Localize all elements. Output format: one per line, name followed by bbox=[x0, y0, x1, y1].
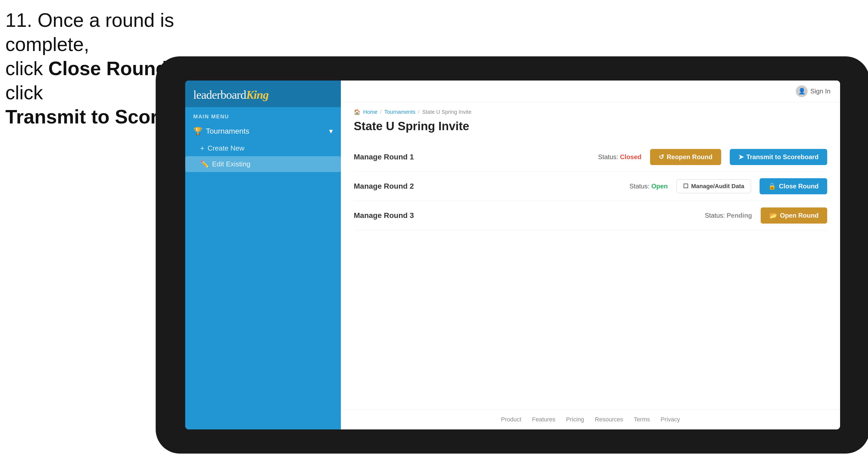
main-content: 👤 Sign In 🏠 Home / Tournaments / State U… bbox=[341, 81, 840, 429]
round-1-row: Manage Round 1 Status: Closed ↺ Reopen R… bbox=[354, 143, 827, 172]
logo-king: King bbox=[246, 88, 269, 101]
sidebar-sub-item-edit[interactable]: ✏️ Edit Existing bbox=[185, 156, 341, 172]
footer-features[interactable]: Features bbox=[532, 416, 555, 423]
open-round-label: Open Round bbox=[780, 212, 818, 219]
sidebar-item-tournaments[interactable]: 🏆 Tournaments ▾ bbox=[185, 122, 341, 141]
round-1-right: Status: Closed ↺ Reopen Round ➤ Transmit… bbox=[598, 149, 827, 165]
round-3-status: Status: Pending bbox=[705, 212, 752, 219]
sidebar-edit-label: Edit Existing bbox=[212, 160, 250, 168]
instruction-line1: 11. Once a round is complete, bbox=[5, 8, 247, 56]
tablet-device: leaderboardKing MAIN MENU 🏆 Tournaments … bbox=[156, 56, 868, 454]
transmit-scoreboard-label: Transmit to Scoreboard bbox=[746, 153, 818, 161]
tablet-screen: leaderboardKing MAIN MENU 🏆 Tournaments … bbox=[185, 81, 840, 429]
breadcrumb-current: State U Spring Invite bbox=[422, 109, 471, 115]
instruction-bold1: Close Round bbox=[48, 58, 167, 79]
manage-audit-button[interactable]: ☐ Manage/Audit Data bbox=[676, 179, 751, 193]
page-title: State U Spring Invite bbox=[354, 119, 827, 133]
sidebar-logo: leaderboardKing bbox=[185, 81, 341, 107]
sidebar-sub-item-create[interactable]: + Create New bbox=[185, 141, 341, 156]
page-footer: Product Features Pricing Resources Terms… bbox=[341, 409, 840, 429]
round-2-status-label: Status: bbox=[629, 183, 650, 190]
sidebar-create-label: Create New bbox=[208, 144, 244, 152]
reopen-round-button[interactable]: ↺ Reopen Round bbox=[650, 149, 721, 165]
close-round-label: Close Round bbox=[779, 183, 818, 190]
footer-resources[interactable]: Resources bbox=[595, 416, 623, 423]
round-3-status-value: Pending bbox=[726, 212, 752, 219]
round-3-row: Manage Round 3 Status: Pending 📂 Open Ro… bbox=[354, 201, 827, 230]
trophy-icon: 🏆 bbox=[193, 127, 203, 135]
breadcrumb: 🏠 Home / Tournaments / State U Spring In… bbox=[354, 109, 827, 115]
sign-in-label: Sign In bbox=[810, 88, 830, 95]
send-icon: ➤ bbox=[738, 153, 744, 161]
breadcrumb-home-link[interactable]: Home bbox=[363, 109, 377, 115]
app-layout: leaderboardKing MAIN MENU 🏆 Tournaments … bbox=[185, 81, 840, 429]
round-1-status: Status: Closed bbox=[598, 153, 642, 161]
round-3-label: Manage Round 3 bbox=[354, 211, 414, 220]
folder-open-icon: 📂 bbox=[769, 212, 777, 219]
round-1-label: Manage Round 1 bbox=[354, 153, 414, 161]
round-1-status-label: Status: bbox=[598, 153, 618, 160]
round-2-status-value: Open bbox=[651, 183, 668, 190]
round-3-right: Status: Pending 📂 Open Round bbox=[705, 208, 827, 224]
transmit-scoreboard-button[interactable]: ➤ Transmit to Scoreboard bbox=[730, 149, 827, 165]
breadcrumb-sep2: / bbox=[418, 109, 420, 115]
round-2-row: Manage Round 2 Status: Open ☐ Manage/Aud… bbox=[354, 172, 827, 201]
reopen-round-label: Reopen Round bbox=[667, 153, 713, 161]
lock-icon: 🔒 bbox=[768, 183, 776, 190]
edit-icon: ✏️ bbox=[200, 160, 209, 168]
round-3-status-label: Status: bbox=[705, 212, 725, 219]
logo-text: leaderboardKing bbox=[193, 88, 333, 102]
chevron-down-icon: ▾ bbox=[329, 127, 333, 135]
sidebar-tournaments-label: Tournaments bbox=[206, 127, 249, 135]
footer-pricing[interactable]: Pricing bbox=[566, 416, 584, 423]
sidebar-item-tournaments-left: 🏆 Tournaments bbox=[193, 127, 249, 135]
round-1-status-value: Closed bbox=[620, 153, 642, 160]
plus-icon: + bbox=[200, 144, 204, 152]
file-icon: ☐ bbox=[683, 183, 688, 190]
footer-terms[interactable]: Terms bbox=[634, 416, 650, 423]
sign-in-button[interactable]: 👤 Sign In bbox=[796, 85, 830, 97]
breadcrumb-home: 🏠 bbox=[354, 109, 361, 115]
avatar: 👤 bbox=[796, 85, 808, 97]
footer-privacy[interactable]: Privacy bbox=[660, 416, 680, 423]
open-round-button[interactable]: 📂 Open Round bbox=[761, 208, 827, 224]
breadcrumb-sep1: / bbox=[380, 109, 382, 115]
manage-audit-label: Manage/Audit Data bbox=[691, 183, 744, 190]
sidebar: leaderboardKing MAIN MENU 🏆 Tournaments … bbox=[185, 81, 341, 429]
header-bar: 👤 Sign In bbox=[341, 81, 840, 102]
round-2-right: Status: Open ☐ Manage/Audit Data 🔒 Close… bbox=[629, 178, 827, 194]
close-round-button[interactable]: 🔒 Close Round bbox=[760, 178, 827, 194]
sidebar-section-label: MAIN MENU bbox=[185, 107, 341, 122]
page-content: 🏠 Home / Tournaments / State U Spring In… bbox=[341, 102, 840, 409]
breadcrumb-tournaments-link[interactable]: Tournaments bbox=[384, 109, 415, 115]
round-2-label: Manage Round 2 bbox=[354, 182, 414, 191]
reopen-icon: ↺ bbox=[659, 153, 664, 161]
footer-product[interactable]: Product bbox=[501, 416, 521, 423]
round-2-status: Status: Open bbox=[629, 183, 668, 190]
